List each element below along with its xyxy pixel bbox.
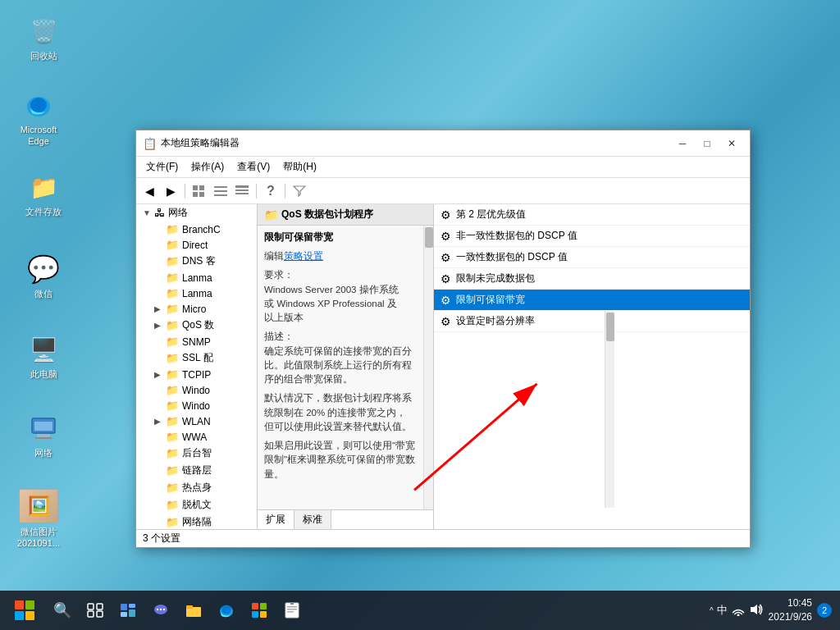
view-button[interactable] <box>189 181 209 201</box>
tree-item-offline[interactable]: 📁 脱机文 <box>136 496 257 514</box>
tree-item-snmp[interactable]: 📁 SNMP <box>136 334 257 349</box>
close-button[interactable]: ✕ <box>720 135 743 152</box>
middle-panel: 📁 QoS 数据包计划程序 限制可保留带宽 编辑策略设置 要求：Windows … <box>258 204 434 529</box>
folder-icon[interactable]: 📁 文件存放 <box>15 171 72 217</box>
tray-date: 2021/9/26 <box>769 610 812 624</box>
tree-panel: ▼ 🖧 网络 📁 BranchC 📁 Direct 📁 DNS 客 <box>136 204 258 529</box>
tree-item-wwa[interactable]: 📁 WWA <box>136 429 257 445</box>
svg-rect-20 <box>88 611 94 617</box>
tree-item-windo1[interactable]: 📁 Windo <box>136 382 257 398</box>
taskbar-notepad[interactable] <box>277 596 307 625</box>
svg-rect-18 <box>88 604 94 609</box>
taskbar-chat[interactable] <box>146 596 176 625</box>
wechat-icon[interactable]: 💬 微信 <box>15 253 72 299</box>
default-text: 默认情况下，数据包计划程序将系统限制在 20% 的连接带宽之内，但可以使用此设置… <box>258 389 433 436</box>
settings-item-4[interactable]: ⚙ 限制可保留带宽 <box>434 290 750 311</box>
tray-lang[interactable]: 中 <box>717 603 728 618</box>
filter-button[interactable] <box>290 181 309 201</box>
svg-point-33 <box>221 605 231 614</box>
details-button[interactable] <box>232 181 252 201</box>
maximize-button[interactable]: □ <box>696 135 719 152</box>
edge-icon[interactable]: MicrosoftEdge <box>10 89 67 148</box>
tree-item-link[interactable]: 📁 链路层 <box>136 462 257 479</box>
svg-rect-12 <box>214 194 227 196</box>
minimize-button[interactable]: ─ <box>671 135 694 152</box>
svg-rect-3 <box>37 434 50 437</box>
taskbar-explorer[interactable] <box>179 596 208 625</box>
tree-item-direct[interactable]: 📁 Direct <box>136 237 257 253</box>
gpo-editor-window: 📋 本地组策略编辑器 ─ □ ✕ 文件(F) 操作(A) 查看(V) 帮助(H)… <box>135 130 751 548</box>
right-scrollbar[interactable] <box>605 311 614 508</box>
tree-item-netiso[interactable]: 📁 网络隔 <box>136 514 257 529</box>
setting-icon-0: ⚙ <box>441 208 451 221</box>
tab-expand[interactable]: 扩展 <box>258 510 294 529</box>
tree-item-ssl[interactable]: 📁 SSL 配 <box>136 349 257 367</box>
svg-rect-31 <box>186 605 193 609</box>
status-text: 3 个设置 <box>143 532 180 546</box>
setting-icon-4: ⚙ <box>441 294 451 307</box>
tree-item-branchc[interactable]: 📁 BranchC <box>136 221 257 237</box>
tree-item-windo2[interactable]: 📁 Windo <box>136 398 257 413</box>
svg-rect-7 <box>193 192 198 197</box>
taskbar-widgets[interactable] <box>113 596 143 625</box>
toolbar-sep-1 <box>185 184 185 199</box>
window-icon: 📋 <box>143 137 156 150</box>
requirement-text: 要求：Windows Server 2003 操作系统或 Windows XP … <box>258 266 433 327</box>
svg-point-1 <box>30 98 47 112</box>
svg-rect-19 <box>97 604 103 609</box>
taskbar-store[interactable] <box>244 596 274 625</box>
tab-standard[interactable]: 标准 <box>294 510 331 529</box>
tree-item-micro[interactable]: ▶ 📁 Micro <box>136 301 257 317</box>
menu-view[interactable]: 查看(V) <box>231 158 276 176</box>
edit-text: 编辑策略设置 <box>258 247 433 266</box>
notification-badge[interactable]: 2 <box>817 603 832 618</box>
back-button[interactable]: ◀ <box>139 181 159 201</box>
taskbar: 🔍 <box>0 591 840 630</box>
tray-sound[interactable] <box>749 603 764 619</box>
computer-icon[interactable]: 🖥️ 此电脑 <box>15 333 72 380</box>
recycle-bin-icon[interactable]: 🗑️ 回收站 <box>15 15 72 62</box>
panel-header-title: QoS 数据包计划程序 <box>281 208 373 221</box>
start-button[interactable] <box>8 594 41 627</box>
svg-rect-9 <box>199 192 204 197</box>
tree-item-lanma2[interactable]: 📁 Lanma <box>136 285 257 301</box>
settings-item-3[interactable]: ⚙ 限制未完成数据包 <box>434 268 750 290</box>
svg-rect-13 <box>235 185 249 188</box>
taskbar-taskview[interactable] <box>80 596 110 625</box>
policy-settings-link[interactable]: 策略设置 <box>284 251 323 261</box>
middle-scrollbar[interactable] <box>423 226 433 509</box>
svg-rect-15 <box>235 193 249 194</box>
tree-item-lanma1[interactable]: 📁 Lanma <box>136 270 257 285</box>
tree-item-qos[interactable]: ▶ 📁 QoS 数 <box>136 317 257 334</box>
taskbar-search[interactable]: 🔍 <box>48 596 77 625</box>
tree-item-wlan[interactable]: ▶ 📁 WLAN <box>136 413 257 429</box>
tree-root-network[interactable]: ▼ 🖧 网络 <box>136 204 257 221</box>
setting-icon-3: ⚙ <box>441 272 451 285</box>
tree-item-dns[interactable]: 📁 DNS 客 <box>136 253 257 270</box>
svg-rect-34 <box>252 603 258 609</box>
settings-item-1[interactable]: ⚙ 非一致性数据包的 DSCP 值 <box>434 226 750 247</box>
menu-help[interactable]: 帮助(H) <box>276 158 323 176</box>
tree-item-bg[interactable]: 📁 后台智 <box>136 445 257 462</box>
svg-rect-37 <box>260 611 267 618</box>
menu-file[interactable]: 文件(F) <box>139 158 185 176</box>
list-button[interactable] <box>211 181 231 201</box>
forward-button[interactable]: ▶ <box>161 181 180 201</box>
tray-chevron[interactable]: ^ <box>710 606 714 615</box>
help-button[interactable]: ? <box>261 181 281 201</box>
svg-rect-22 <box>121 604 127 610</box>
menu-action[interactable]: 操作(A) <box>185 158 231 176</box>
settings-list: ⚙ 第 2 层优先级值 ⚙ 非一致性数据包的 DSCP 值 ⚙ 一致性数据包的 … <box>434 204 750 529</box>
tray-datetime[interactable]: 10:45 2021/9/26 <box>769 596 812 624</box>
taskbar-edge[interactable] <box>212 596 241 625</box>
picture-icon[interactable]: 🖼️ 微信图片2021091... <box>10 489 67 550</box>
settings-item-5[interactable]: ⚙ 设置定时器分辨率 <box>434 311 750 332</box>
network-icon[interactable]: 网络 <box>15 412 72 459</box>
svg-point-27 <box>157 609 158 610</box>
tray-network[interactable] <box>731 603 746 619</box>
window-title: 本地组策略编辑器 <box>161 136 671 150</box>
tree-item-tcpip[interactable]: ▶ 📁 TCPIP <box>136 367 257 382</box>
tree-item-hotspot[interactable]: 📁 热点身 <box>136 479 257 496</box>
settings-item-2[interactable]: ⚙ 一致性数据包的 DSCP 值 <box>434 247 750 268</box>
settings-item-0[interactable]: ⚙ 第 2 层优先级值 <box>434 204 750 226</box>
